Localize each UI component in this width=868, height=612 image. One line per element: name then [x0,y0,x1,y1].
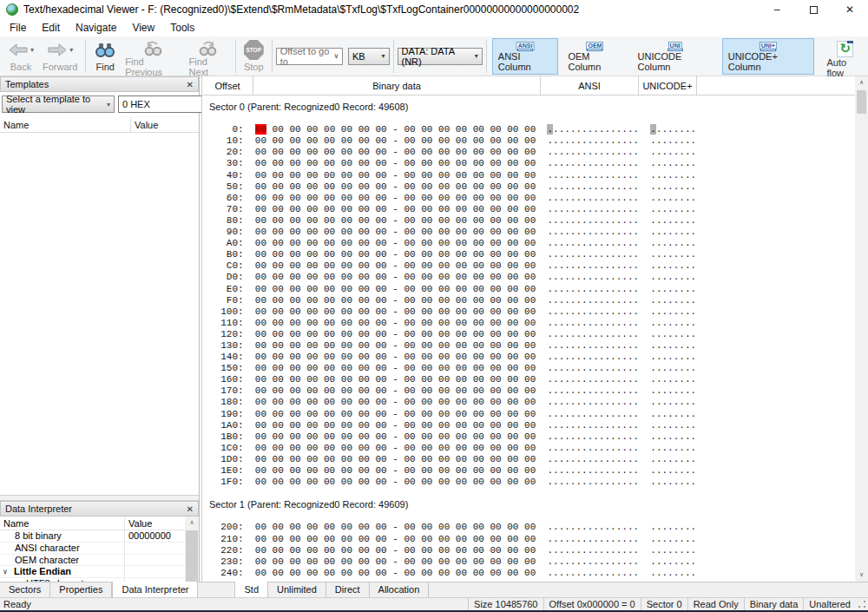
find-previous-label: Find Previous [125,56,180,77]
tab-std[interactable]: Std [234,582,268,597]
find-previous-icon [141,41,165,56]
scroll-up-icon[interactable]: ∧ [855,76,868,89]
oem-column-toggle[interactable]: OEM OEM Column [562,38,628,75]
menu-bar: File Edit Navigate View Tools [0,19,868,36]
minimize-button[interactable]: – [759,0,795,19]
status-readonly: Read Only [687,598,744,610]
tab-sectors[interactable]: Sectors [0,582,50,597]
minimize-icon: – [774,3,780,16]
tab-gap [198,582,234,597]
back-button[interactable]: ▾ Back [3,39,38,74]
templates-close-icon[interactable]: ✕ [187,80,194,89]
offset-goto-combobox[interactable]: Offset to go to ∨ [276,48,344,65]
unicode-plus-column-toggle[interactable]: UNI+ UNICODE+ Column [722,38,814,75]
status-altered: Unaltered [803,598,856,610]
interpreter-row[interactable]: OEM character [0,555,185,567]
interpreter-row[interactable]: 8 bit binary00000000 [0,530,185,543]
selected-byte[interactable]: 00 [255,124,266,135]
binary-data-column-header: Binary data [253,76,541,95]
toolbar-separator [393,40,394,73]
dropdown-arrow-icon[interactable]: ▾ [382,52,385,60]
data-interpreter-title: Data Interpreter [5,503,72,514]
resize-grip[interactable] [857,599,867,609]
title-bar: Text/hexadecimal Viewer - F: (Recognized… [0,0,868,19]
dropdown-arrow-icon[interactable]: ▾ [107,101,110,109]
maximize-button[interactable] [795,0,832,19]
expand-chevron-icon[interactable]: ∨ [3,566,8,578]
auto-flow-button[interactable]: ↻ Auto flow [822,39,868,74]
window-controls: – ✕ [759,0,868,19]
offset-column-header: Offset [202,76,253,95]
menu-navigate[interactable]: Navigate [68,20,124,36]
toolbar-separator [235,40,236,73]
find-next-icon [196,41,220,56]
menu-tools[interactable]: Tools [162,20,202,36]
find-previous-button[interactable]: Find Previous [121,39,184,74]
templates-name-column: Name [0,117,130,132]
window-title: Text/hexadecimal Viewer - F: (Recognized… [23,3,579,16]
dropdown-arrow-icon[interactable]: ▾ [475,52,478,60]
status-ready: Ready [0,599,31,609]
forward-label: Forward [43,62,77,72]
interpreter-row-name: Little Endian [0,566,124,577]
tab-direct[interactable]: Direct [326,582,370,597]
interpreter-row-name: OEM character [0,555,124,566]
auto-flow-label: Auto flow [826,57,864,78]
scrollbar-thumb[interactable] [857,90,866,114]
unit-combobox[interactable]: KB ▾ [348,48,390,65]
tab-allocation[interactable]: Allocation [370,582,430,597]
scroll-down-icon[interactable]: ∨ [855,569,868,582]
hex-content[interactable]: Sector 0 (Parent: Recognized0 Record: 49… [202,95,855,582]
left-panel: Templates ✕ Select a template to view ▾ … [0,76,200,582]
hex-rows[interactable]: 200: 00 00 00 00 00 00 00 00 - 00 00 00 … [209,522,855,578]
template-select-value: Select a template to view [6,94,105,115]
tab-properties[interactable]: Properties [50,582,112,597]
interpreter-row[interactable]: ∨Little Endian [0,566,185,578]
find-next-label: Find Next [189,56,227,77]
hex-rows[interactable]: 0: 00 00 00 00 00 00 00 00 - 00 00 00 00… [209,124,855,488]
ansi-column-toggle[interactable]: ANSI ANSI Column [492,38,559,75]
menu-file[interactable]: File [2,20,34,36]
menu-edit[interactable]: Edit [34,20,68,36]
find-label: Find [96,62,115,72]
toolbar-separator [85,40,86,73]
status-bar: Ready Size 10485760 Offset 0x000000 = 0 … [0,597,868,610]
scrollbar-thumb[interactable] [186,530,198,582]
forward-dropdown-icon[interactable]: ▾ [69,46,73,54]
chevron-down-icon[interactable]: ∨ [333,52,339,60]
hex-columns-header: Offset Binary data ANSI UNICODE+ [202,76,855,95]
status-sector: Sector 0 [641,598,687,610]
template-select[interactable]: Select a template to view ▾ [2,95,115,113]
unicode-cursor[interactable]: . [650,124,656,135]
data-stream-combobox[interactable]: DATA: DATA (NR) ▾ [398,48,483,65]
back-arrow-icon [8,43,29,57]
ansi-cursor[interactable]: . [547,124,553,135]
oem-column-label: OEM Column [568,51,621,72]
interpreter-row[interactable]: ANSI character [0,543,185,555]
templates-list[interactable] [0,133,199,495]
templates-title: Templates [5,79,49,89]
menu-view[interactable]: View [124,20,162,36]
close-button[interactable]: ✕ [832,0,868,19]
tab-data-interpreter[interactable]: Data Interpreter [112,582,198,597]
data-interpreter-close-icon[interactable]: ✕ [187,504,194,514]
unicode-column-label: UNICODE Column [638,51,713,72]
find-next-button[interactable]: Find Next [185,39,232,74]
back-dropdown-icon[interactable]: ▾ [30,46,34,54]
tab-unlimited[interactable]: Unlimited [268,582,326,597]
app-icon [6,3,18,16]
stop-button[interactable]: STOP Stop [240,39,268,74]
find-button[interactable]: Find [89,39,121,74]
hex-scrollbar[interactable]: ∧ ∨ [855,76,868,582]
sector-header: Sector 0 (Parent: Recognized0 Record: 49… [209,102,855,113]
scroll-up-icon[interactable]: ∧ [185,517,199,530]
panel-splitter[interactable] [0,495,199,501]
offset-goto-placeholder: Offset to go to [280,46,331,67]
forward-button[interactable]: ▾ Forward [38,39,82,74]
unicode-column-toggle[interactable]: UNI UNICODE Column [632,38,719,75]
unit-value: KB [352,51,365,62]
maximize-icon [810,6,818,14]
interpreter-row-value [124,543,185,554]
unicode-plus-column-icon: UNI+ [757,42,779,51]
hex-panel: Offset Binary data ANSI UNICODE+ Sector … [201,76,868,582]
